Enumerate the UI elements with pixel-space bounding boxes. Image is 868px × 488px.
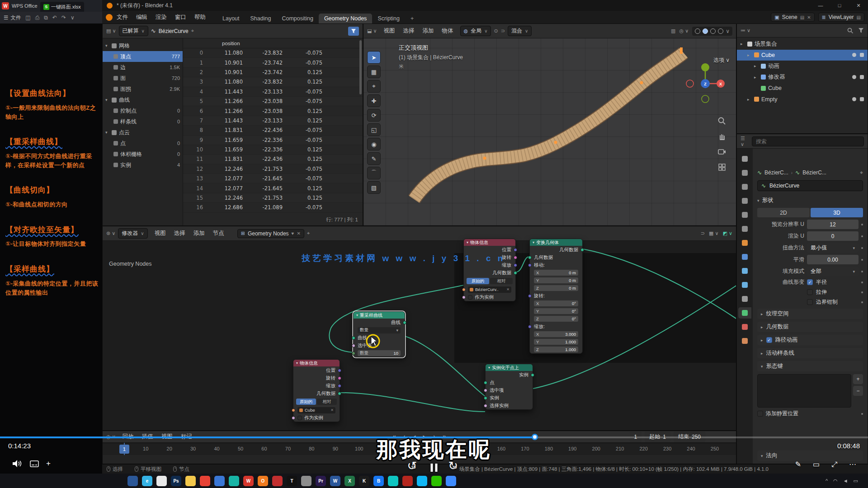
socket[interactable] [338, 376, 341, 380]
spreadsheet-domain-group[interactable]: ▾点云 [103, 127, 183, 138]
taskbar-app-cyan[interactable] [388, 476, 398, 486]
clear-icon[interactable]: ✕ [506, 287, 509, 291]
outliner-row[interactable]: ▸修改器 [737, 72, 868, 83]
tab-texture[interactable] [738, 335, 751, 347]
node-transform-geometry[interactable]: ▾变换几何体几何数据几何数据移动:X0 mY0 mZ0 m旋转:X0°Y0°Z0… [529, 239, 583, 354]
checkbox-row[interactable]: 拉伸 [807, 288, 859, 296]
taskbar-app-t[interactable]: T [287, 476, 297, 486]
checkbox[interactable] [297, 416, 302, 420]
checkbox[interactable]: ✓ [807, 279, 813, 285]
camera-toggle-icon[interactable] [860, 53, 864, 57]
forward-30-button[interactable]: ↻ 30 [448, 461, 462, 474]
spreadsheet-domain-group[interactable]: ▾网格 [103, 40, 183, 51]
relative-toggle-button[interactable]: 相对 [490, 278, 513, 284]
rotate-icon[interactable]: ⟳ [367, 109, 381, 122]
socket[interactable] [462, 288, 466, 291]
eye-toggle-icon[interactable] [852, 53, 856, 57]
checkbox[interactable] [468, 295, 472, 300]
tray-network-icon[interactable]: ◠ [833, 478, 838, 484]
measure-icon[interactable]: ⌒ [367, 167, 381, 179]
tab-particles[interactable] [738, 265, 751, 277]
socket[interactable] [484, 404, 487, 408]
tab-object[interactable] [738, 237, 751, 249]
viewport-editor-icon[interactable]: ⬓ ∨ [367, 28, 377, 34]
animate-dot[interactable] [861, 224, 863, 225]
value-slider[interactable]: Y0 m [534, 277, 578, 283]
taskbar-app-red[interactable] [272, 476, 283, 486]
spreadsheet-domain-item[interactable]: 样条线0 [103, 116, 183, 127]
socket[interactable] [352, 352, 355, 355]
socket[interactable] [484, 389, 487, 392]
pivot-icon[interactable]: ⊙ [494, 28, 498, 34]
pip-icon[interactable]: ▭ [813, 460, 820, 469]
transform-orientation-dropdown[interactable]: ◍ 全局 ∨ [460, 26, 491, 36]
menu-编辑[interactable]: 编辑 [132, 13, 151, 22]
scene-selector[interactable]: ▣ Scene ▤ ✕ [771, 13, 814, 22]
shape-keys-list-box[interactable] [757, 374, 851, 408]
eye-toggle-icon[interactable] [852, 97, 856, 101]
tab-output[interactable] [738, 181, 751, 192]
mode-3d-button[interactable]: 3D [811, 208, 863, 217]
taskbar-app-blue[interactable] [214, 476, 225, 486]
volume-icon[interactable] [13, 460, 23, 467]
taskbar-app-red2[interactable] [402, 476, 413, 486]
subtitle-panel-icon[interactable] [30, 460, 39, 467]
spreadsheet-editor-icon[interactable]: ▤ ∨ [106, 28, 116, 34]
socket[interactable] [514, 248, 517, 252]
player-more-icon[interactable]: ⋯ [849, 460, 856, 469]
taskbar-app-gray[interactable] [301, 476, 311, 486]
rendered-shading-icon[interactable] [718, 28, 723, 34]
breadcrumb-data[interactable]: BézierC... [802, 169, 826, 176]
taskbar-app-edge[interactable]: e [142, 476, 152, 486]
animate-dot[interactable] [861, 413, 863, 415]
tab-world[interactable] [738, 223, 751, 235]
transform-icon[interactable]: ◉ [367, 138, 381, 150]
property-value[interactable]: 全部▾ [807, 267, 859, 276]
object-field[interactable]: Cube✕ [297, 407, 335, 413]
tray-up-icon[interactable]: ^ [826, 478, 828, 483]
outliner-row[interactable]: ▸场景集合 [737, 38, 868, 50]
viewport-menu-选择[interactable]: 选择 [399, 26, 419, 36]
undo-icon[interactable]: ↶ [52, 14, 57, 21]
save-icon[interactable]: ◫ [25, 14, 30, 21]
socket[interactable] [528, 263, 532, 267]
grid-toggle-icon[interactable] [715, 160, 729, 174]
animate-dot[interactable] [861, 259, 863, 261]
edit-notes-icon[interactable]: ✎ [795, 460, 801, 469]
close-button[interactable]: ✕ [849, 0, 868, 11]
outliner-row[interactable]: ▸动画 [737, 61, 868, 72]
menu-文件[interactable]: 文件 [113, 13, 132, 22]
tray-volume-icon[interactable]: ◄ [843, 478, 848, 483]
taskbar-app-files[interactable] [127, 476, 138, 486]
original-toggle-button[interactable]: 原始的 [467, 278, 489, 284]
value-slider[interactable]: X3.000 [534, 331, 578, 337]
property-value[interactable]: 0.00 [807, 255, 859, 264]
checkbox[interactable] [807, 299, 813, 305]
tab-material[interactable] [738, 321, 751, 333]
tweak-select-icon[interactable]: ➤ [367, 51, 381, 64]
camera-view-icon[interactable] [715, 145, 729, 159]
add-note-button[interactable]: + [46, 459, 51, 468]
shape-keys-section-header[interactable]: ▾ 形态键 [757, 361, 863, 371]
workspace-tab[interactable]: Geometry Nodes [319, 14, 372, 23]
spreadsheet-domain-item[interactable]: 面拐2.9K [103, 84, 183, 94]
viewport-canvas[interactable]: 正交顶视图 (1) 场景集合 | BézierCurve 米 ➤▦⌖✚⟳◱◉✎⌒… [363, 38, 736, 225]
value-slider[interactable]: Y0° [534, 308, 578, 314]
annotate-icon[interactable]: ✎ [367, 152, 381, 165]
socket[interactable] [580, 248, 584, 252]
xray-toggle-icon[interactable]: ▥ [671, 28, 675, 34]
tab-render[interactable] [738, 167, 751, 178]
viewport-menu-视图[interactable]: 视图 [380, 26, 399, 36]
solid-shading-icon[interactable] [703, 28, 708, 34]
object-field[interactable]: BézierCurv..✕ [468, 286, 511, 293]
node-header[interactable]: ▾物体信息 [293, 360, 340, 366]
viewport-menu-添加[interactable]: 添加 [419, 26, 438, 36]
section-header[interactable]: ▸几何数据 [757, 322, 863, 332]
new-scene-icon[interactable]: ▤ [800, 15, 804, 20]
socket[interactable] [528, 325, 532, 328]
socket[interactable] [403, 321, 406, 324]
section-header[interactable]: ▸✓路径动画 [757, 335, 863, 345]
camera-toggle-icon[interactable] [860, 97, 864, 101]
maximize-button[interactable]: □ [830, 0, 849, 11]
navigation-gizmo[interactable]: X Z [678, 56, 732, 111]
